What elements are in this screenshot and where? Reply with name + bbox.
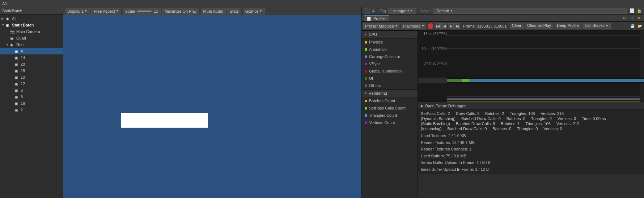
modules-dropdown[interactable]: Profiler Modules ▼: [363, 23, 399, 29]
layer-dropdown[interactable]: Default ▼: [433, 8, 627, 14]
dynamic-label: (Dynamic Batching): [421, 116, 456, 121]
gizmos-btn[interactable]: Gizmos ▼: [243, 8, 265, 15]
stats-row-4: (Instancing) Batched Draw Calls: 0 Batch…: [421, 127, 641, 131]
playmode-label: Playmode: [403, 24, 420, 28]
chevron-down-icon: ▼: [259, 9, 262, 13]
tree-item-6[interactable]: ▣ 6: [0, 87, 63, 94]
draw-calls: Draw Calls: 2: [456, 111, 479, 116]
tree-item-16[interactable]: ▣ 16: [0, 100, 63, 107]
tree-item-20[interactable]: ▣ 20: [0, 61, 63, 67]
aspect-dropdown[interactable]: Free Aspect ▼: [91, 8, 121, 15]
rendering-scrollbar[interactable]: [640, 83, 644, 102]
load-profile-icon[interactable]: 📂: [637, 23, 643, 29]
modules-label: Profiler Modules: [365, 24, 394, 28]
module-options-icon[interactable]: ⋯: [412, 91, 415, 95]
tab-profiler[interactable]: 📊 Profiler: [364, 15, 389, 21]
stats-label: Stats: [230, 9, 239, 13]
hierarchy-menu-icon[interactable]: ⋮: [57, 8, 61, 13]
display-label: Display 1: [67, 9, 84, 13]
module-gi[interactable]: Global Illumination: [362, 67, 418, 75]
others-label: Others: [369, 83, 381, 88]
save-profile-icon[interactable]: 💾: [630, 23, 635, 29]
mesh-icon: ▣: [14, 62, 20, 66]
chart-y-labels: 15ms (66FPS) 10ms (100FPS) 5ms (200FPS): [418, 30, 447, 78]
scale-label: Scale: [125, 9, 135, 13]
chevron-down-icon: ▼: [450, 9, 453, 12]
gizmos-label: Gizmos: [245, 9, 259, 13]
mute-btn[interactable]: Mute Audio: [201, 8, 226, 15]
module-gc[interactable]: GarbageCollector: [362, 53, 418, 60]
prev-step-btn[interactable]: ◀: [441, 23, 447, 29]
next-step-btn[interactable]: ▶: [448, 23, 454, 29]
detach-icon[interactable]: ⊡: [622, 15, 627, 21]
module-section-rendering[interactable]: ▼ Rendering ⋯: [362, 89, 418, 97]
display-dropdown[interactable]: Display 1 ▼: [65, 8, 90, 15]
module-physics[interactable]: Physics: [362, 38, 418, 46]
module-ui[interactable]: UI: [362, 75, 418, 82]
profiler-body: ▼ CPU ⋯ Physics Animation GarbageCo: [362, 30, 644, 198]
record-button[interactable]: [428, 23, 433, 29]
deep-profile-button[interactable]: Deep Profile: [555, 23, 581, 29]
module-others[interactable]: Others: [362, 82, 418, 89]
module-triangles[interactable]: Triangles Count: [362, 112, 418, 119]
module-animation[interactable]: Animation: [362, 46, 418, 53]
maximize-icon[interactable]: □: [629, 15, 635, 21]
arrow-right-icon: ▶: [421, 104, 423, 108]
clear-on-play-button[interactable]: Clear on Play: [525, 23, 553, 29]
tree-item-12[interactable]: ▣ 12: [0, 81, 63, 87]
tree-item-quad[interactable]: ▣ Quad: [0, 35, 63, 41]
layer-value: Default: [436, 9, 449, 13]
close-icon[interactable]: ✕: [636, 15, 642, 21]
clear-label: Clear: [512, 23, 521, 28]
batched-draw-calls-00: Batched Draw Calls: 0: [447, 127, 487, 131]
tree-item-18[interactable]: ▣ 18: [0, 67, 63, 74]
tree-item-root[interactable]: ▼ ◉ Root: [0, 41, 63, 48]
tree-item-label: All: [12, 16, 16, 21]
tree-item-label: 12: [21, 82, 25, 86]
arrow-down-icon: ▼: [6, 43, 10, 46]
game-view-content: [63, 15, 361, 198]
tree-item-8[interactable]: ▣ 8: [0, 94, 63, 100]
next-frame-btn[interactable]: ▶|: [454, 23, 460, 29]
scale-slider-icon: [137, 11, 152, 12]
batches-line: [447, 101, 640, 102]
vertices: Vertices: 216: [541, 111, 564, 116]
mute-label: Mute Audio: [203, 9, 223, 13]
vsync-label: VSync: [369, 62, 381, 66]
triangles-color-dot: [365, 114, 367, 117]
lock-icon[interactable]: 🔒: [637, 8, 642, 13]
module-section-cpu[interactable]: ▼ CPU ⋯: [362, 30, 418, 38]
tree-item-14[interactable]: ▣ 14: [0, 54, 63, 61]
bar-segment-3: [469, 79, 644, 82]
maximize-btn[interactable]: Maximize On Play: [162, 8, 199, 15]
tree-item-10[interactable]: ▣ 10: [0, 74, 63, 81]
prev-frame-btn[interactable]: |◀: [435, 23, 441, 29]
tree-item-staticbatch[interactable]: ▼ ◉ StaticBatch: [0, 22, 63, 28]
call-stacks-button[interactable]: Call Stacks ▼: [582, 23, 611, 29]
gameobject-icon: ◉: [6, 23, 11, 27]
maximize-icon[interactable]: ⬜: [630, 8, 635, 13]
module-options-icon[interactable]: ⋯: [412, 33, 415, 37]
module-batches[interactable]: Batches Count: [362, 97, 418, 104]
triangles-line: [447, 98, 640, 99]
tree-item-label: Root: [16, 42, 25, 47]
tag-dropdown[interactable]: Untagged ▼: [388, 8, 416, 14]
module-vsync[interactable]: VSync: [362, 60, 418, 67]
tree-item-maincamera[interactable]: 📷 Main Camera: [0, 28, 63, 35]
clear-button[interactable]: Clear: [510, 23, 524, 29]
physics-color-dot: [365, 41, 367, 44]
chevron-down-icon: ▼: [606, 24, 609, 28]
open-frame-debugger-btn[interactable]: ▶ Open Frame Debugger: [418, 102, 644, 110]
setpass-color-dot: [365, 107, 367, 110]
triangles-0: Triangles: 0: [531, 116, 552, 121]
tree-item-4[interactable]: ▣ 4: [0, 48, 63, 54]
scale-control[interactable]: Scale 1x: [123, 8, 161, 15]
chart-scrollbar[interactable]: [640, 30, 644, 78]
tree-item-2[interactable]: ▣ 2: [0, 107, 63, 113]
stats-btn[interactable]: Stats: [227, 8, 241, 15]
playmode-dropdown[interactable]: Playmode ▼: [401, 23, 426, 29]
profiler-modules: ▼ CPU ⋯ Physics Animation GarbageCo: [362, 30, 418, 198]
module-setpass[interactable]: SetPass Calls Count: [362, 104, 418, 112]
module-vertices[interactable]: Vertices Count: [362, 119, 418, 126]
tree-item-all[interactable]: ▶ ◉ All: [0, 15, 63, 22]
